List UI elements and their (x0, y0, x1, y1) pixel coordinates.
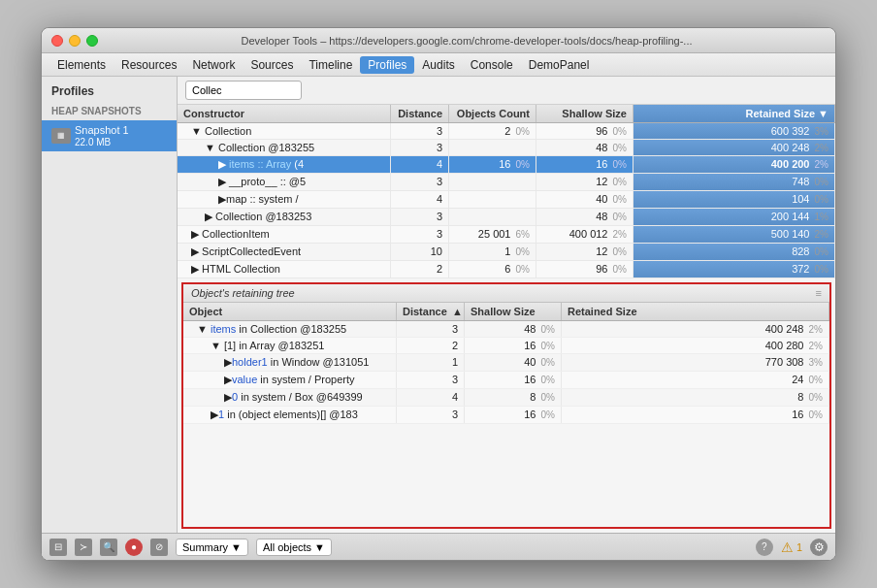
ret-dist: 3 (397, 321, 465, 337)
clear-icon[interactable]: ⊘ (150, 539, 168, 556)
retaining-header: Object's retaining tree ≡ (183, 284, 829, 303)
menu-network[interactable]: Network (184, 56, 243, 74)
td-distance: 3 (391, 209, 449, 225)
td-distance: 3 (391, 123, 449, 139)
menu-elements[interactable]: Elements (49, 56, 114, 74)
td-constructor: ▼ Collection @183255 (178, 140, 391, 155)
ret-object: ▶holder1 in Window @131051 (183, 354, 397, 371)
ret-object: ▼ items in Collection @183255 (183, 321, 397, 337)
all-objects-dropdown[interactable]: All objects ▼ (256, 539, 332, 556)
record-icon[interactable]: ● (125, 539, 143, 556)
summary-dropdown[interactable]: Summary ▼ (176, 539, 248, 556)
ret-retained: 24 0% (562, 372, 829, 388)
snapshot-icon: ▦ (51, 128, 71, 144)
td-objects: 25 001 6% (449, 226, 536, 243)
retaining-row[interactable]: ▼ items in Collection @183255 3 48 0% 40… (183, 321, 829, 338)
summary-label: Summary (182, 541, 228, 553)
minimize-button[interactable] (69, 35, 81, 47)
question-icon[interactable]: ? (756, 539, 773, 556)
ret-shallow: 16 0% (465, 372, 562, 388)
td-constructor: ▶map :: system / (178, 191, 391, 208)
warning-icon: ⚠ (781, 539, 794, 555)
retaining-row[interactable]: ▼ [1] in Array @183251 2 16 0% 400 280 2… (183, 338, 829, 354)
sidebar: Profiles HEAP SNAPSHOTS ▦ Snapshot 1 22.… (42, 77, 178, 533)
ret-shallow: 16 0% (465, 407, 562, 423)
maximize-button[interactable] (86, 35, 98, 47)
table-row[interactable]: ▼ Collection 3 2 0% 96 0% 600 392 3% (178, 123, 835, 140)
menu-bar: Elements Resources Network Sources Timel… (42, 53, 835, 77)
td-retained: 400 200 2% (633, 156, 835, 173)
ret-shallow: 8 0% (465, 389, 562, 406)
ret-dist: 3 (397, 407, 465, 423)
td-constructor: ▶ Collection @183253 (178, 209, 391, 225)
menu-sources[interactable]: Sources (243, 56, 301, 74)
td-retained: 828 0% (633, 244, 835, 260)
search-icon[interactable]: 🔍 (100, 539, 117, 556)
ret-retained: 400 248 2% (562, 321, 829, 337)
td-shallow: 48 0% (536, 140, 633, 155)
td-constructor: ▶ ScriptCollectedEvent (178, 244, 391, 260)
warning-badge: ⚠ 1 (781, 539, 802, 555)
all-objects-arrow-icon: ▼ (314, 541, 325, 553)
retaining-title: Object's retaining tree (191, 287, 295, 299)
retaining-row[interactable]: ▶holder1 in Window @131051 1 40 0% 770 3… (183, 354, 829, 372)
menu-console[interactable]: Console (463, 56, 521, 74)
td-shallow: 40 0% (536, 191, 633, 208)
ret-object: ▼ [1] in Array @183251 (183, 338, 397, 353)
gear-icon[interactable]: ⚙ (810, 539, 828, 556)
table-row[interactable]: ▶ CollectionItem 3 25 001 6% 400 012 2% … (178, 226, 835, 244)
menu-demopanel[interactable]: DemoPanel (521, 56, 598, 74)
td-objects: 1 0% (449, 244, 536, 260)
td-shallow: 16 0% (536, 156, 633, 173)
table-row[interactable]: ▶ __proto__ :: @5 3 12 0% 748 0% (178, 174, 835, 191)
table-row[interactable]: ▶ Collection @183253 3 48 0% 200 144 1% (178, 209, 835, 226)
th-object: Object (183, 303, 397, 320)
retaining-row[interactable]: ▶0 in system / Box @649399 4 8 0% 8 0% (183, 389, 829, 407)
sidebar-item-snapshot1[interactable]: ▦ Snapshot 1 22.0 MB (42, 120, 177, 151)
main-area: Profiles HEAP SNAPSHOTS ▦ Snapshot 1 22.… (42, 77, 835, 533)
sidebar-title: Profiles (42, 77, 177, 102)
search-input[interactable] (185, 81, 302, 100)
td-constructor: ▶ HTML Collection (178, 261, 391, 278)
td-objects (449, 209, 536, 225)
ret-retained: 8 0% (562, 389, 829, 406)
retaining-row[interactable]: ▶1 in (object elements)[] @183 3 16 0% 1… (183, 407, 829, 424)
menu-timeline[interactable]: Timeline (301, 56, 360, 74)
td-shallow: 12 0% (536, 174, 633, 190)
td-retained: 600 392 3% (633, 123, 835, 139)
retaining-table-header: Object Distance ▲ Shallow Size Retained … (183, 303, 829, 321)
td-retained: 400 248 2% (633, 140, 835, 155)
table-row[interactable]: ▶ HTML Collection 2 6 0% 96 0% 372 0% (178, 261, 835, 278)
retaining-row[interactable]: ▶value in system / Property 3 16 0% 24 0… (183, 372, 829, 389)
menu-audits[interactable]: Audits (414, 56, 462, 74)
td-objects: 6 0% (449, 261, 536, 278)
td-constructor: ▼ Collection (178, 123, 391, 139)
td-shallow: 400 012 2% (536, 226, 633, 243)
ret-dist: 2 (397, 338, 465, 353)
statusbar: ⊟ ≻ 🔍 ● ⊘ Summary ▼ All objects ▼ ? ⚠ 1 … (42, 533, 835, 560)
td-shallow: 96 0% (536, 261, 633, 278)
ret-dist: 4 (397, 389, 465, 406)
window-title: Developer Tools – https://developers.goo… (108, 35, 826, 47)
table-row[interactable]: ▶ ScriptCollectedEvent 10 1 0% 12 0% 828… (178, 244, 835, 261)
list-icon[interactable]: ≻ (75, 539, 92, 556)
menu-resources[interactable]: Resources (114, 56, 184, 74)
table-row[interactable]: ▶map :: system / 4 40 0% 104 0% (178, 191, 835, 209)
ret-retained: 770 308 3% (562, 354, 829, 371)
titlebar: Developer Tools – https://developers.goo… (42, 28, 835, 53)
td-retained: 372 0% (633, 261, 835, 278)
close-button[interactable] (51, 35, 63, 47)
th-dist: Distance ▲ (397, 303, 465, 320)
summary-arrow-icon: ▼ (231, 541, 242, 553)
ret-object: ▶0 in system / Box @649399 (183, 389, 397, 406)
panel-icon[interactable]: ⊟ (49, 539, 67, 556)
td-constructor: ▶ items :: Array (4 (178, 156, 391, 173)
table-row-selected[interactable]: ▶ items :: Array (4 4 16 0% 16 0% 400 20… (178, 156, 835, 174)
td-objects: 16 0% (449, 156, 536, 173)
td-distance: 3 (391, 226, 449, 243)
th-objects-count: Objects Count (449, 105, 536, 122)
menu-profiles[interactable]: Profiles (360, 56, 414, 74)
table-row[interactable]: ▼ Collection @183255 3 48 0% 400 248 2% (178, 140, 835, 156)
td-shallow: 12 0% (536, 244, 633, 260)
ret-shallow: 40 0% (465, 354, 562, 371)
